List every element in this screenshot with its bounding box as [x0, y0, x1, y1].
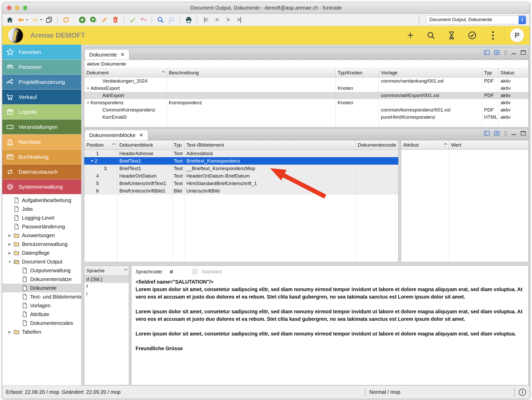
- user-avatar[interactable]: P: [510, 28, 524, 42]
- perspective-select[interactable]: Document Output, Dokumente ▲▼: [426, 15, 526, 24]
- column-header-dokumentencode[interactable]: Dokumentencode: [356, 140, 398, 149]
- toolbar-drag-handle[interactable]: [419, 15, 420, 24]
- tab-dokumentenbloecke[interactable]: Dokumentenblöcke ✕: [84, 130, 148, 140]
- maximize-panel-icon[interactable]: [521, 131, 526, 135]
- maximize-panel-icon[interactable]: [521, 50, 526, 55]
- home-icon[interactable]: [6, 16, 14, 24]
- copy-icon[interactable]: [45, 16, 53, 24]
- hourglass-icon[interactable]: [447, 31, 456, 40]
- tree-item-document-output[interactable]: Document Output: [2, 257, 81, 266]
- letter-text[interactable]: <fieldref name="SALUTATION"/> Lorem ipsu…: [136, 278, 524, 352]
- column-header-typ-knoten[interactable]: Typ/Knoten: [336, 68, 379, 77]
- expand-icon[interactable]: [6, 251, 13, 255]
- tree-item-dokumente[interactable]: Dokumente: [2, 284, 81, 292]
- column-header-status[interactable]: Status: [498, 68, 528, 77]
- sidebar-item-buchhaltung[interactable]: Buchhaltung: [2, 149, 81, 164]
- sidebar-item-veranstaltungen[interactable]: Veranstaltungen: [2, 119, 81, 134]
- previous-record-icon[interactable]: <: [213, 16, 221, 24]
- undo-icon[interactable]: [140, 16, 147, 24]
- edit-icon[interactable]: [101, 16, 108, 24]
- table-row[interactable]: ▼AdressExportKnotenaktiv: [84, 85, 528, 92]
- table-row[interactable]: 4HeaderOrtDatumTextHeaderOrtDatum-BriefD…: [84, 172, 398, 180]
- appbar-search-icon[interactable]: [426, 31, 436, 40]
- table-row-selected[interactable]: ▼2BriefText1TextBrieftext_Korrespondenz: [84, 157, 398, 165]
- tree-item-jobs[interactable]: Jobs: [2, 205, 81, 213]
- sidebar-item-favoriten[interactable]: Favoriten: [2, 45, 81, 60]
- close-window-button[interactable]: [7, 6, 11, 10]
- split-pane-icon[interactable]: [484, 131, 489, 136]
- column-header-sprache[interactable]: Sprache^: [84, 266, 129, 276]
- panel-splitter[interactable]: [129, 266, 131, 385]
- expand-icon[interactable]: [6, 233, 13, 237]
- tree-item-vorlagen[interactable]: Vorlagen: [2, 301, 81, 310]
- table-row[interactable]: ▼KorrespondenzKorrespondenzKnotenaktiv: [84, 99, 528, 106]
- table-row[interactable]: KorrEmail3pureHtml/KorrespondenzHTMLakti…: [84, 114, 528, 121]
- column-header-wert[interactable]: Wert: [449, 140, 528, 149]
- standard-checkbox[interactable]: [192, 269, 198, 275]
- forward-icon[interactable]: [31, 16, 39, 24]
- table-row[interactable]: CommonKorrespondenzcommon/korrespondenz/…: [84, 106, 528, 114]
- sidebar-item-logistik[interactable]: Logistik: [2, 105, 81, 119]
- check-circle-icon[interactable]: [468, 31, 477, 40]
- language-row-selected[interactable]: d (Std.): [84, 276, 129, 283]
- info-icon[interactable]: i: [519, 389, 526, 396]
- tree-item-text-und-bildelemente[interactable]: Text- und Bildelemente: [2, 292, 81, 301]
- column-header-beschreibung[interactable]: Beschreibung: [167, 68, 336, 77]
- close-icon[interactable]: ✕: [139, 132, 143, 138]
- table-row-selected[interactable]: AdrExportcommon/adrExport/001.xslPDFakti…: [84, 92, 528, 99]
- table-row[interactable]: 5BriefUnterschriftText1TextHtmlStandardB…: [84, 180, 398, 187]
- column-header-typ[interactable]: Typ: [173, 140, 184, 149]
- sidebar-item-nachlass[interactable]: Nachlass: [2, 134, 81, 149]
- sidebar-item-personen[interactable]: Personen: [2, 60, 81, 75]
- next-record-icon[interactable]: >: [224, 16, 232, 24]
- tree-item-dokumentencodes[interactable]: Dokumentencodes: [2, 319, 81, 327]
- split-pane-icon[interactable]: [484, 50, 489, 55]
- column-header-dokumentblock[interactable]: Dokumentblock: [117, 140, 173, 149]
- zoom-window-button[interactable]: [23, 6, 27, 10]
- print-icon[interactable]: [185, 16, 193, 24]
- column-header-dokument[interactable]: Dokument^: [84, 68, 167, 77]
- tree-item-auswertungen[interactable]: Auswertungen: [2, 231, 81, 240]
- sidebar-item-datenaustausch[interactable]: Datenaustausch: [2, 164, 81, 179]
- column-header-position[interactable]: Position^: [84, 140, 117, 149]
- duplicate-icon[interactable]: [89, 16, 97, 24]
- table-row[interactable]: Verdankungen_2024common/verdankung/001.x…: [84, 77, 528, 85]
- tree-item-benutzerverwaltung[interactable]: Benutzerverwaltung: [2, 240, 81, 249]
- select-stepper-icon[interactable]: ▲▼: [519, 16, 526, 24]
- last-record-icon[interactable]: >|: [235, 16, 243, 24]
- more-options-icon[interactable]: [488, 31, 497, 40]
- minimize-window-button[interactable]: [15, 6, 19, 10]
- collapse-icon[interactable]: [6, 260, 13, 264]
- table-row[interactable]: 1HeaderAdresseTextAdressblock: [84, 150, 398, 157]
- language-row[interactable]: f: [84, 283, 129, 290]
- tab-dokumente[interactable]: Dokumente ✕: [84, 49, 129, 60]
- tree-item-logging-level[interactable]: Logging-Level: [2, 213, 81, 222]
- grid-pane-icon[interactable]: [494, 131, 500, 136]
- forward-history-caret-icon[interactable]: ▾: [40, 18, 42, 21]
- sidebar-item-projektfinanzierung[interactable]: Projektfinanzierung: [2, 75, 81, 90]
- column-header-vorlage[interactable]: Vorlage: [379, 68, 482, 77]
- statusbar-drag-handle[interactable]: [365, 388, 366, 396]
- panel-options-icon[interactable]: [504, 131, 507, 136]
- grid-pane-icon[interactable]: [494, 50, 500, 55]
- column-header-typ[interactable]: Typ: [482, 68, 498, 77]
- tree-item-outputverwaltung[interactable]: Outputverwaltung: [2, 266, 81, 275]
- tree-item-datenpflege[interactable]: Datenpflege: [2, 249, 81, 257]
- statusbar-drag-handle[interactable]: [514, 388, 516, 396]
- tree-item-passwortaenderung[interactable]: Passwortänderung: [2, 222, 81, 231]
- collapse-icon[interactable]: ▼: [86, 86, 90, 90]
- table-row[interactable]: 6BriefUnterschriftBild1BildUnterschriftB…: [84, 187, 398, 195]
- delete-icon[interactable]: [112, 16, 119, 24]
- refresh-icon[interactable]: [62, 16, 70, 24]
- tree-item-aufgabenbearbeitung[interactable]: Aufgabenbearbeitung: [2, 196, 81, 205]
- collapse-icon[interactable]: ▼: [86, 101, 90, 105]
- search-again-icon[interactable]: [168, 16, 176, 24]
- tree-item-tabellen[interactable]: Tabellen: [2, 327, 81, 336]
- back-icon[interactable]: [17, 16, 25, 24]
- minimize-panel-icon[interactable]: [512, 134, 516, 135]
- search-icon[interactable]: [157, 16, 164, 24]
- language-row[interactable]: i: [84, 290, 129, 297]
- appbar-add-icon[interactable]: +: [406, 31, 415, 40]
- column-header-attribut[interactable]: Attribut^: [401, 140, 449, 149]
- expand-icon[interactable]: [6, 330, 13, 334]
